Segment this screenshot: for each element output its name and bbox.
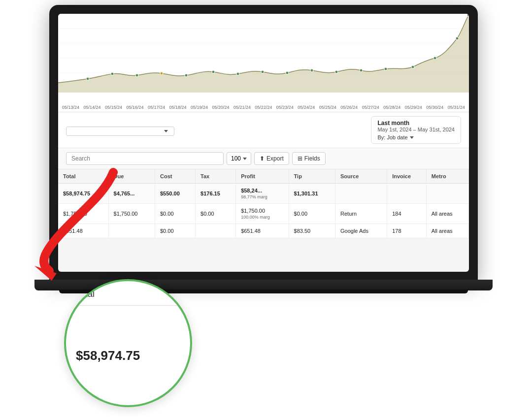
cell-tax: $0.00 bbox=[196, 204, 236, 224]
col-tax[interactable]: Tax bbox=[196, 169, 236, 184]
chart-date: 05/25/24 bbox=[319, 105, 336, 110]
chevron-down-icon bbox=[243, 158, 247, 160]
chart-date: 05/14/24 bbox=[83, 105, 100, 110]
laptop-container: 05/13/24 05/14/24 05/15/24 05/16/24 05/1… bbox=[49, 5, 478, 310]
chart-date: 05/27/24 bbox=[362, 105, 379, 110]
svg-point-12 bbox=[286, 71, 289, 74]
cell-cost: $550.00 bbox=[155, 184, 196, 204]
chart-date: 05/22/24 bbox=[255, 105, 272, 110]
filter-dropdown[interactable] bbox=[66, 127, 174, 136]
col-metro[interactable]: Metro bbox=[426, 169, 468, 184]
date-range-label: Last month bbox=[377, 120, 455, 127]
cell-total: $651.48 bbox=[58, 224, 108, 238]
svg-point-17 bbox=[411, 65, 414, 68]
svg-point-13 bbox=[310, 69, 313, 72]
svg-point-5 bbox=[111, 72, 114, 75]
chevron-down-icon bbox=[164, 130, 168, 132]
laptop-screen: 05/13/24 05/14/24 05/15/24 05/16/24 05/1… bbox=[58, 14, 469, 272]
cell-invoice bbox=[387, 184, 427, 204]
cell-due bbox=[108, 224, 155, 238]
chart-date: 05/23/24 bbox=[276, 105, 294, 110]
count-dropdown[interactable]: 100 bbox=[227, 152, 251, 165]
cell-cost: $0.00 bbox=[155, 204, 196, 224]
cell-profit: $58,24...98.77% marg bbox=[236, 184, 289, 204]
table-row[interactable]: $651.48 $0.00 $651.48 $83.50 Google Ads … bbox=[58, 224, 469, 238]
chart-date: 05/15/24 bbox=[105, 105, 122, 110]
svg-point-11 bbox=[261, 70, 264, 73]
data-table: Total Due Cost Tax Profit Tip Source Inv… bbox=[58, 169, 469, 238]
cell-profit: $1,750.00100.00% marg bbox=[236, 204, 289, 224]
date-filter-box: Last month May 1st, 2024 – May 31st, 202… bbox=[371, 116, 461, 144]
chevron-down-icon bbox=[410, 136, 414, 139]
cell-tip: $83.50 bbox=[289, 224, 335, 238]
chart-date: 05/29/24 bbox=[405, 105, 422, 110]
cell-profit: $651.48 bbox=[236, 224, 289, 238]
cell-total: $58,974.75 bbox=[58, 184, 108, 204]
svg-point-20 bbox=[467, 14, 469, 17]
cell-source bbox=[335, 184, 387, 204]
col-cost[interactable]: Cost bbox=[155, 169, 196, 184]
svg-point-8 bbox=[185, 74, 188, 77]
cell-tip: $1,301.31 bbox=[289, 184, 335, 204]
chart-date: 05/24/24 bbox=[298, 105, 315, 110]
search-wrapper bbox=[66, 152, 224, 165]
revenue-chart bbox=[58, 14, 469, 97]
svg-point-15 bbox=[360, 69, 363, 72]
col-total[interactable]: Total bbox=[58, 169, 108, 184]
search-input[interactable] bbox=[66, 152, 224, 165]
fields-icon: ⊞ bbox=[298, 155, 302, 162]
svg-point-19 bbox=[456, 37, 459, 40]
chart-date: 05/31/24 bbox=[448, 105, 465, 110]
chart-date: 05/13/24 bbox=[62, 105, 79, 110]
cell-total: $1,750.00 bbox=[58, 204, 108, 224]
svg-point-14 bbox=[335, 70, 338, 73]
chart-dates: 05/13/24 05/14/24 05/15/24 05/16/24 05/1… bbox=[58, 105, 469, 110]
cell-metro: All areas bbox=[426, 224, 468, 238]
svg-point-16 bbox=[384, 67, 387, 70]
cell-invoice: 178 bbox=[387, 224, 427, 238]
date-filter-by[interactable]: By: Job date bbox=[377, 134, 455, 140]
chart-area: 05/13/24 05/14/24 05/15/24 05/16/24 05/1… bbox=[58, 14, 469, 112]
controls-row: Last month May 1st, 2024 – May 31st, 202… bbox=[58, 112, 469, 148]
svg-point-10 bbox=[236, 72, 239, 75]
zoom-circle: Total $58,974.75 bbox=[64, 279, 192, 407]
date-range-value: May 1st, 2024 – May 31st, 2024 bbox=[377, 127, 455, 132]
chart-date: 05/17/24 bbox=[148, 105, 165, 110]
cell-metro: All areas bbox=[426, 204, 468, 224]
cell-tax: $176.15 bbox=[196, 184, 236, 204]
cell-cost: $0.00 bbox=[155, 224, 196, 238]
svg-point-9 bbox=[212, 70, 215, 73]
chart-date: 05/18/24 bbox=[169, 105, 186, 110]
count-value: 100 bbox=[231, 155, 241, 162]
laptop-bezel: 05/13/24 05/14/24 05/15/24 05/16/24 05/1… bbox=[49, 5, 478, 281]
cell-tip: $0.00 bbox=[289, 204, 335, 224]
cell-metro bbox=[426, 184, 468, 204]
col-invoice[interactable]: Invoice bbox=[387, 169, 427, 184]
table-header-row: Total Due Cost Tax Profit Tip Source Inv… bbox=[58, 169, 469, 184]
col-profit[interactable]: Profit bbox=[236, 169, 289, 184]
chart-date: 05/16/24 bbox=[126, 105, 143, 110]
svg-point-4 bbox=[86, 77, 89, 80]
col-tip[interactable]: Tip bbox=[289, 169, 335, 184]
cell-invoice: 184 bbox=[387, 204, 427, 224]
data-table-wrapper: Total Due Cost Tax Profit Tip Source Inv… bbox=[58, 169, 469, 238]
table-row[interactable]: $58,974.75 $4,765... $550.00 $176.15 $58… bbox=[58, 184, 469, 204]
zoom-total-value: $58,974.75 bbox=[66, 306, 190, 405]
cell-due: $1,750.00 bbox=[108, 204, 155, 224]
chart-date: 05/21/24 bbox=[233, 105, 251, 110]
cell-source: Google Ads bbox=[335, 224, 387, 238]
table-row[interactable]: $1,750.00 $1,750.00 $0.00 $0.00 $1,750.0… bbox=[58, 204, 469, 224]
export-label: Export bbox=[266, 155, 284, 162]
col-due[interactable]: Due bbox=[108, 169, 155, 184]
svg-point-18 bbox=[433, 57, 436, 60]
chart-date: 05/20/24 bbox=[212, 105, 229, 110]
export-button[interactable]: ⬆ Export bbox=[254, 152, 289, 165]
cell-tax bbox=[196, 224, 236, 238]
cell-source: Return bbox=[335, 204, 387, 224]
svg-point-6 bbox=[135, 74, 138, 77]
col-source[interactable]: Source bbox=[335, 169, 387, 184]
chart-date: 05/19/24 bbox=[191, 105, 208, 110]
fields-label: Fields bbox=[304, 155, 320, 162]
fields-button[interactable]: ⊞ Fields bbox=[292, 152, 326, 165]
chart-date: 05/26/24 bbox=[340, 105, 358, 110]
